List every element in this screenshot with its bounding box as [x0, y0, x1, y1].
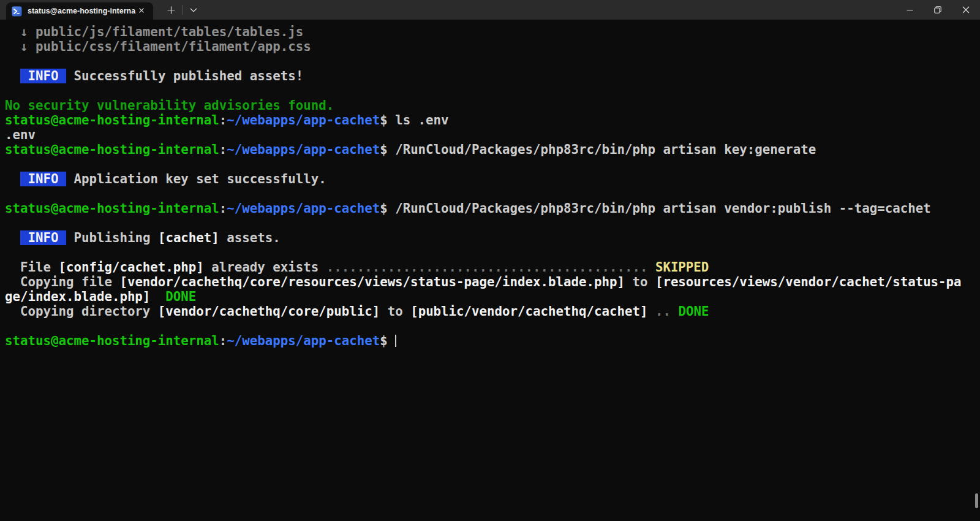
terminal-line [5, 54, 980, 69]
terminal-output[interactable]: ↓ public/js/filament/tables/tables.js ↓ … [0, 20, 980, 348]
terminal-line: ↓ public/css/filament/filament/app.css [5, 39, 980, 54]
terminal-line: INFO Publishing [cachet] assets. [5, 230, 980, 245]
new-tab-button[interactable] [160, 0, 181, 20]
terminal-line: .env [5, 127, 980, 142]
terminal-line: status@acme-hosting-internal:~/webapps/a… [5, 201, 980, 216]
tab-close-icon[interactable] [136, 7, 147, 16]
terminal-tab[interactable]: status@acme-hosting-interna [6, 2, 153, 20]
terminal-line: No security vulnerability advisories fou… [5, 98, 980, 113]
powershell-icon [12, 6, 22, 17]
terminal-line: status@acme-hosting-internal:~/webapps/a… [5, 142, 980, 157]
terminal-line: ge/index.blade.php] DONE [5, 289, 980, 304]
terminal-line: ↓ public/js/filament/tables/tables.js [5, 25, 980, 39]
terminal-line [5, 157, 980, 172]
terminal-line [5, 319, 980, 333]
terminal-line: INFO Successfully published assets! [5, 69, 980, 83]
terminal-line [5, 245, 980, 260]
terminal-line: Copying file [vendor/cachethq/core/resou… [5, 275, 980, 289]
minimize-button[interactable] [895, 0, 924, 20]
window-controls [895, 0, 980, 20]
tabbar-separator [183, 5, 183, 15]
terminal-line: Copying directory [vendor/cachethq/core/… [5, 304, 980, 319]
titlebar: status@acme-hosting-interna [0, 0, 980, 20]
terminal-line [5, 186, 980, 201]
tab-dropdown-button[interactable] [184, 0, 203, 20]
terminal-line: File [config/cachet.php] already exists … [5, 260, 980, 275]
text-cursor [395, 335, 396, 347]
terminal-line [5, 216, 980, 230]
terminal-line: INFO Application key set successfully. [5, 172, 980, 186]
scrollbar-thumb[interactable] [975, 493, 978, 508]
close-window-button[interactable] [952, 0, 980, 20]
terminal-line: status@acme-hosting-internal:~/webapps/a… [5, 113, 980, 127]
restore-button[interactable] [924, 0, 952, 20]
terminal-line [5, 83, 980, 98]
tab-title: status@acme-hosting-interna [28, 7, 136, 15]
terminal-line: status@acme-hosting-internal:~/webapps/a… [5, 333, 980, 348]
